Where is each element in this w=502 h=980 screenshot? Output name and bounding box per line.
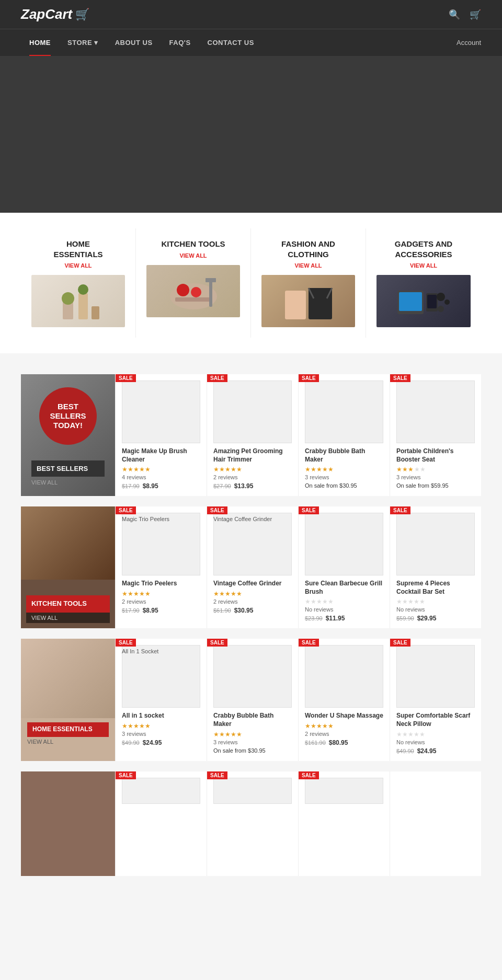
nav-item-faqs[interactable]: FAQ'S (161, 29, 199, 56)
hero-banner (0, 56, 502, 213)
product-name-massage: Wonder U Shape Massage (305, 712, 383, 720)
svg-point-21 (444, 299, 450, 305)
last-product-img-2[interactable] (213, 778, 292, 804)
product-stars-h1: ★★★★★ (122, 722, 200, 730)
product-image-cocktail-set[interactable] (396, 513, 475, 575)
product-image-neck-pillow[interactable] (396, 645, 475, 708)
product-reviews-1: 4 reviews (122, 474, 200, 480)
nav-item-about[interactable]: ABOUT US (107, 29, 161, 56)
product-card-cocktail-set: SALE Supreme 4 Pieces Cocktail Bar Set ★… (390, 506, 481, 628)
product-stars-k2: ★★★★★ (213, 590, 292, 597)
best-sellers-view-all[interactable]: VIEW ALL (31, 477, 105, 486)
last-product-2: SALE (207, 771, 298, 876)
price-line-3: On sale from $30.95 (305, 482, 383, 489)
product-image-trio-peelers[interactable] (122, 513, 200, 575)
brand-name: ZapCart (21, 6, 72, 22)
last-product-img-1[interactable] (122, 778, 200, 804)
view-all-gadgets[interactable]: VIEW ALL (376, 262, 471, 269)
price-from-h2: On sale from $30.95 (213, 747, 266, 754)
product-stars-k1: ★★★★★ (122, 590, 200, 597)
price-original-h1: $49.90 (122, 740, 140, 746)
view-all-fashion[interactable]: VIEW ALL (261, 262, 355, 269)
product-image-coffee-grinder[interactable] (213, 513, 292, 575)
price-line-h3: $161.90 $80.95 (305, 739, 383, 746)
price-from-3: On sale from $30.95 (305, 482, 357, 489)
view-all-home[interactable]: VIEW ALL (31, 262, 125, 269)
kitchen-banner-content: KITCHEN TOOLS VIEW ALL (21, 590, 115, 628)
product-image-bubble-bath[interactable] (213, 645, 292, 708)
last-banner-placeholder (21, 771, 115, 876)
svg-rect-10 (206, 278, 216, 282)
footer-space (0, 886, 502, 907)
product-stars-h2: ★★★★★ (213, 731, 292, 738)
price-sale-h3: $80.95 (329, 739, 348, 746)
product-reviews-h4: No reviews (396, 739, 475, 745)
product-image-massage[interactable] (305, 645, 383, 708)
sale-badge-l1: SALE (116, 771, 136, 779)
logo-cart-icon: 🛒 (75, 8, 89, 21)
product-stars-3: ★★★★★ (305, 466, 383, 473)
category-card-fashion: FASHION ANDCLOTHING VIEW ALL (251, 228, 366, 338)
product-stars-4: ★★★★★ (396, 466, 475, 473)
product-reviews-h3: 2 reviews (305, 731, 383, 737)
categories-grid: HOMEESSENTIALS VIEW ALL KITCHEN TOOLS VI… (21, 228, 481, 338)
logo[interactable]: ZapCart 🛒 (21, 6, 89, 22)
product-reviews-3: 3 reviews (305, 474, 383, 480)
product-stars-k4: ★★★★★ (396, 598, 475, 605)
price-original-k3: $23.90 (305, 615, 323, 621)
home-banner-img (21, 639, 115, 718)
best-sellers-banner: BESTSELLERStoday! BEST SELLERS VIEW ALL (21, 374, 115, 496)
price-original-h3: $161.90 (305, 740, 326, 746)
category-image-kitchen (146, 265, 240, 317)
product-image-bath-maker[interactable] (305, 381, 383, 443)
product-name-neck-pillow: Super Comfortable Scarf Neck Pillow (396, 712, 475, 728)
cart-icon[interactable]: 🛒 (470, 9, 481, 20)
product-image-grill-brush[interactable] (305, 513, 383, 575)
price-sale-k1: $8.95 (143, 607, 158, 614)
product-text-label-peelers: Magic Trio Peelers (122, 516, 169, 522)
product-name-pet-trimmer: Amazing Pet Grooming Hair Trimmer (213, 447, 292, 464)
product-image-socket[interactable] (122, 645, 200, 708)
product-stars-1: ★★★★★ (122, 466, 200, 473)
product-name-booster-seat: Portable Children's Booster Seat (396, 447, 475, 464)
price-line-k2: $61.90 $30.95 (213, 607, 292, 614)
search-icon[interactable]: 🔍 (449, 9, 460, 20)
category-card-home: HOMEESSENTIALS VIEW ALL (21, 228, 136, 338)
best-sellers-label: BEST SELLERS (31, 460, 105, 477)
svg-rect-12 (309, 288, 332, 319)
price-line-k3: $23.90 $11.95 (305, 615, 383, 622)
kitchen-view-all[interactable]: VIEW ALL (26, 613, 110, 623)
price-from-4: On sale from $59.95 (396, 482, 449, 489)
price-original-h4: $49.90 (396, 748, 414, 754)
last-product-img-3[interactable] (305, 778, 383, 804)
home-essentials-banner: HOME ESSENTIALS VIEW ALL (21, 639, 115, 760)
nav-item-store[interactable]: STORE ▾ (59, 29, 107, 56)
kitchen-tools-label: KITCHEN TOOLS (26, 595, 110, 613)
category-title-home: HOMEESSENTIALS (31, 239, 125, 259)
last-product-3: SALE (298, 771, 390, 876)
product-image-booster-seat[interactable] (396, 381, 475, 443)
sale-badge-l3: SALE (299, 771, 319, 779)
nav-item-home[interactable]: HOME (21, 29, 59, 56)
product-name-socket: All in 1 socket (122, 712, 200, 720)
nav-item-contact[interactable]: CONTACT US (199, 29, 263, 56)
view-all-kitchen[interactable]: VIEW ALL (146, 252, 240, 259)
product-image-pet-trimmer[interactable] (213, 381, 292, 443)
product-card-booster-seat: SALE Portable Children's Booster Seat ★★… (390, 374, 481, 496)
sale-badge-k4: SALE (390, 506, 410, 514)
product-stars-k3: ★★★★★ (305, 598, 383, 605)
product-card-bubble-bath: SALE Crabby Bubble Bath Maker ★★★★★ 3 re… (207, 639, 298, 760)
product-image-makeup-brush[interactable] (122, 381, 200, 443)
price-line-1: $17.90 $8.95 (122, 482, 200, 490)
sale-badge-4: SALE (390, 374, 410, 382)
price-line-k4: $59.90 $29.95 (396, 615, 475, 622)
product-text-label-grinder: Vintage Coffee Grinder (213, 516, 272, 522)
category-title-kitchen: KITCHEN TOOLS (146, 239, 240, 249)
product-card-socket: SALE All In 1 Socket All in 1 socket ★★★… (115, 639, 207, 760)
best-sellers-section: BESTSELLERStoday! BEST SELLERS VIEW ALL … (0, 364, 502, 886)
kitchen-bg (21, 506, 115, 580)
price-sale-h4: $24.95 (417, 747, 437, 755)
home-view-all[interactable]: VIEW ALL (27, 737, 109, 745)
sale-badge-k1: SALE (116, 506, 136, 514)
nav-account[interactable]: Account (457, 39, 481, 47)
